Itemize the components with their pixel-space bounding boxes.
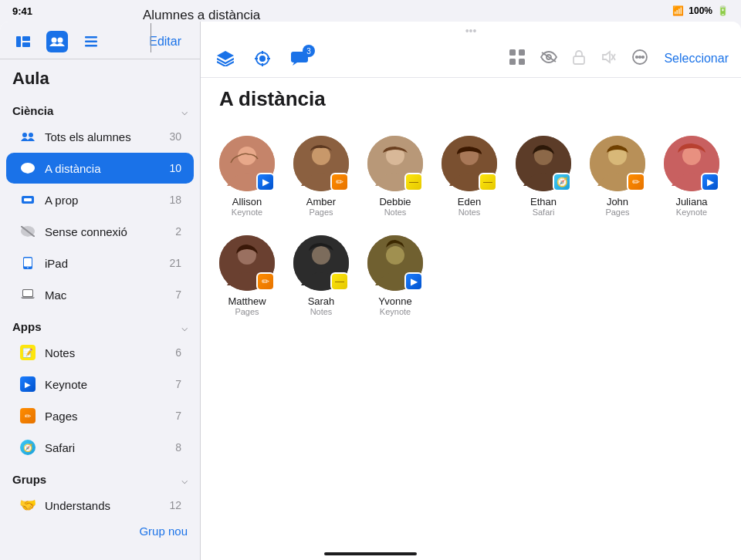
- sidebar: Editar Aula Ciència ⌵ Tots: [0, 22, 201, 560]
- sidebar-icon-distancia: [19, 159, 37, 177]
- svg-rect-5: [85, 36, 97, 39]
- sidebar-label-keynote: Keynote: [45, 378, 175, 391]
- sidebar-label-ipad: iPad: [45, 257, 169, 270]
- student-badge-matthew: ✏: [256, 272, 275, 291]
- sidebar-count-tots: 30: [169, 130, 181, 143]
- svg-rect-18: [23, 290, 32, 296]
- student-card-juliana[interactable]: ▶ Juliana Keynote: [658, 130, 726, 223]
- sidebar-header: Editar: [0, 22, 200, 59]
- sidebar-item-prop[interactable]: A prop 18: [6, 184, 194, 215]
- section-header-ciencia: Ciència ⌵: [0, 95, 200, 120]
- svg-point-9: [29, 133, 33, 137]
- student-avatar-wrapper-eden: —: [442, 136, 497, 191]
- svg-rect-28: [509, 59, 516, 65]
- student-avatar-wrapper-matthew: ✏: [219, 235, 275, 291]
- student-name-amber: Amber: [306, 196, 336, 207]
- sidebar-view-icons: [12, 31, 102, 52]
- sidebar-icon-understands: 🤝: [19, 496, 37, 514]
- sidebar-icon-list[interactable]: [80, 31, 102, 52]
- student-card-john[interactable]: ✏ John Pages: [584, 130, 651, 223]
- sidebar-item-mac[interactable]: Mac 7: [6, 279, 194, 310]
- toolbar-message-icon[interactable]: 3: [287, 46, 312, 71]
- svg-rect-2: [22, 42, 30, 47]
- section-chevron-grups[interactable]: ⌵: [181, 474, 188, 486]
- select-button[interactable]: Seleccionar: [664, 52, 729, 66]
- svg-point-8: [22, 133, 27, 137]
- svg-point-38: [642, 56, 644, 57]
- svg-point-37: [639, 56, 641, 57]
- toolbar-location-icon[interactable]: [250, 46, 275, 71]
- sidebar-item-understands[interactable]: 🤝 Understands 12: [6, 490, 194, 521]
- sidebar-item-pages[interactable]: ✏ Pages 7: [6, 400, 194, 431]
- student-avatar-wrapper-john: ✏: [590, 136, 645, 191]
- section-title-apps: Apps: [12, 320, 42, 333]
- sidebar-icon-students[interactable]: [46, 31, 68, 52]
- sidebar-item-tots[interactable]: Tots els alumnes 30: [6, 121, 194, 152]
- sidebar-item-notes[interactable]: 📝 Notes 6: [6, 337, 194, 368]
- sidebar-count-notes: 6: [175, 346, 181, 359]
- sidebar-label-safari: Safari: [45, 441, 175, 454]
- toolbar-lock-icon[interactable]: [573, 49, 585, 69]
- student-badge-ethan: 🧭: [553, 173, 571, 191]
- svg-rect-12: [24, 198, 32, 201]
- svg-rect-6: [85, 41, 97, 43]
- toolbar-mute-icon[interactable]: [601, 50, 616, 68]
- sidebar-item-distancia[interactable]: A distància 10: [6, 153, 194, 184]
- student-card-matthew[interactable]: ✏ Matthew Pages: [213, 229, 281, 322]
- page-title: A distància: [201, 78, 741, 123]
- sidebar-count-ipad: 21: [169, 257, 181, 269]
- toolbar-layers-icon[interactable]: [213, 46, 238, 71]
- tooltip-line: [151, 23, 151, 52]
- student-card-allison[interactable]: ▶ Allison Keynote: [213, 130, 281, 223]
- sidebar-icon-keynote: ▶: [19, 375, 37, 393]
- student-card-ethan[interactable]: 🧭 Ethan Safari: [509, 130, 577, 223]
- sidebar-count-sense: 2: [175, 225, 181, 238]
- toolbar-eye-icon[interactable]: [540, 51, 557, 67]
- svg-rect-1: [22, 36, 30, 41]
- student-card-yvonne[interactable]: ▶ Yvonne Keynote: [361, 229, 429, 322]
- student-app-allison: Keynote: [232, 207, 262, 217]
- svg-point-58: [386, 246, 404, 265]
- student-avatar-wrapper-amber: ✏: [293, 136, 349, 191]
- sidebar-item-sense[interactable]: Sense connexió 2: [6, 216, 194, 247]
- student-app-matthew: Pages: [235, 307, 259, 316]
- sidebar-count-distancia: 10: [169, 162, 181, 174]
- student-card-debbie[interactable]: — Debbie Notes: [361, 130, 429, 223]
- sidebar-label-tots: Tots els alumnes: [45, 130, 169, 143]
- student-avatar-wrapper-juliana: ▶: [664, 136, 719, 191]
- student-name-matthew: Matthew: [228, 295, 266, 307]
- sidebar-icon-sense: [19, 222, 37, 241]
- svg-point-20: [260, 56, 265, 61]
- section-chevron-ciencia[interactable]: ⌵: [181, 105, 188, 117]
- section-header-apps: Apps ⌵: [0, 311, 200, 336]
- battery-icon: 🔋: [717, 5, 729, 16]
- student-grid-row2: ✏ Matthew Pages —: [201, 229, 741, 329]
- svg-rect-32: [574, 56, 584, 64]
- sidebar-icon-safari: 🧭: [19, 438, 37, 457]
- student-avatar-wrapper-debbie: —: [367, 136, 423, 191]
- svg-rect-29: [519, 59, 525, 65]
- student-name-yvonne: Yvonne: [378, 295, 411, 307]
- student-card-sarah[interactable]: — Sarah Notes: [287, 229, 355, 322]
- student-card-amber[interactable]: ✏ Amber Pages: [287, 130, 355, 223]
- sidebar-count-mac: 7: [175, 288, 181, 301]
- sidebar-item-keynote[interactable]: ▶ Keynote 7: [6, 369, 194, 400]
- sidebar-icon-panel[interactable]: [12, 31, 34, 52]
- student-badge-amber: ✏: [330, 173, 349, 191]
- sidebar-item-safari[interactable]: 🧭 Safari 8: [6, 432, 194, 463]
- toolbar-more-icon[interactable]: [631, 49, 648, 69]
- svg-rect-27: [519, 49, 525, 56]
- student-app-ethan: Safari: [533, 207, 555, 217]
- sidebar-edit-button[interactable]: Editar: [143, 32, 188, 52]
- sidebar-count-understands: 12: [169, 499, 181, 511]
- toolbar-grid-icon[interactable]: [509, 49, 525, 69]
- sidebar-item-ipad[interactable]: iPad 21: [6, 248, 194, 278]
- student-name-eden: Eden: [458, 196, 481, 207]
- student-avatar-wrapper-sarah: —: [293, 235, 349, 291]
- tooltip-text: Alumnes a distància: [143, 8, 260, 23]
- new-group-button[interactable]: Grup nou: [0, 521, 200, 541]
- section-chevron-apps[interactable]: ⌵: [181, 321, 188, 333]
- student-name-juliana: Juliana: [675, 196, 707, 207]
- student-card-eden[interactable]: — Eden Notes: [435, 130, 503, 223]
- sidebar-title: Aula: [0, 59, 200, 95]
